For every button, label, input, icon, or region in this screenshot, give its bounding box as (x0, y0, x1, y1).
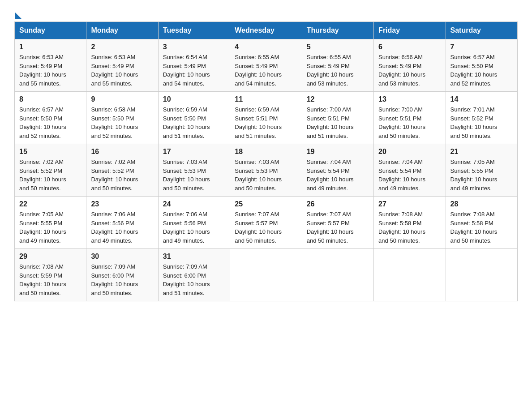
day-number: 16 (91, 148, 153, 156)
day-number: 13 (378, 95, 441, 103)
day-number: 31 (163, 253, 225, 261)
day-info: Sunrise: 7:00 AMSunset: 5:51 PMDaylight:… (378, 106, 425, 139)
column-header-thursday: Thursday (302, 22, 373, 39)
calendar-cell: 25 Sunrise: 7:07 AMSunset: 5:57 PMDaylig… (230, 197, 302, 249)
day-info: Sunrise: 7:09 AMSunset: 6:00 PMDaylight:… (91, 263, 138, 296)
calendar-cell: 18 Sunrise: 7:03 AMSunset: 5:53 PMDaylig… (230, 144, 302, 197)
calendar-cell: 11 Sunrise: 6:59 AMSunset: 5:51 PMDaylig… (230, 92, 302, 144)
day-info: Sunrise: 6:55 AMSunset: 5:49 PMDaylight:… (307, 54, 354, 87)
calendar-cell: 17 Sunrise: 7:03 AMSunset: 5:53 PMDaylig… (158, 144, 230, 197)
day-info: Sunrise: 6:53 AMSunset: 5:49 PMDaylight:… (19, 54, 66, 87)
day-info: Sunrise: 7:02 AMSunset: 5:52 PMDaylight:… (91, 158, 138, 192)
day-number: 26 (307, 200, 369, 208)
calendar-cell: 20 Sunrise: 7:04 AMSunset: 5:54 PMDaylig… (374, 144, 446, 197)
day-number: 14 (450, 95, 513, 103)
calendar-cell: 4 Sunrise: 6:55 AMSunset: 5:49 PMDayligh… (230, 39, 302, 92)
day-info: Sunrise: 7:08 AMSunset: 5:58 PMDaylight:… (450, 211, 498, 244)
day-number: 7 (450, 43, 513, 51)
day-info: Sunrise: 7:07 AMSunset: 5:57 PMDaylight:… (235, 211, 282, 244)
calendar-cell: 3 Sunrise: 6:54 AMSunset: 5:49 PMDayligh… (158, 39, 230, 92)
calendar-cell: 31 Sunrise: 7:09 AMSunset: 6:00 PMDaylig… (158, 249, 230, 301)
day-info: Sunrise: 7:01 AMSunset: 5:52 PMDaylight:… (450, 106, 498, 139)
day-number: 22 (19, 200, 82, 208)
day-info: Sunrise: 7:08 AMSunset: 5:58 PMDaylight:… (378, 211, 425, 244)
day-info: Sunrise: 7:06 AMSunset: 5:56 PMDaylight:… (163, 211, 210, 244)
calendar-cell: 23 Sunrise: 7:06 AMSunset: 5:56 PMDaylig… (86, 197, 158, 249)
calendar-week-row: 22 Sunrise: 7:05 AMSunset: 5:55 PMDaylig… (15, 197, 518, 249)
day-info: Sunrise: 7:04 AMSunset: 5:54 PMDaylight:… (307, 158, 354, 192)
calendar-cell: 22 Sunrise: 7:05 AMSunset: 5:55 PMDaylig… (15, 197, 86, 249)
day-number: 28 (450, 200, 513, 208)
calendar-cell: 29 Sunrise: 7:08 AMSunset: 5:59 PMDaylig… (15, 249, 86, 301)
day-info: Sunrise: 6:57 AMSunset: 5:50 PMDaylight:… (450, 54, 498, 87)
calendar-cell: 30 Sunrise: 7:09 AMSunset: 6:00 PMDaylig… (86, 249, 158, 301)
calendar-cell (302, 249, 373, 301)
day-number: 19 (307, 148, 369, 156)
calendar-week-row: 15 Sunrise: 7:02 AMSunset: 5:52 PMDaylig… (15, 144, 518, 197)
day-info: Sunrise: 6:53 AMSunset: 5:49 PMDaylight:… (91, 54, 138, 87)
column-header-friday: Friday (374, 22, 446, 39)
logo (14, 13, 21, 17)
day-number: 23 (91, 200, 153, 208)
day-number: 3 (163, 43, 225, 51)
calendar-cell: 16 Sunrise: 7:02 AMSunset: 5:52 PMDaylig… (86, 144, 158, 197)
day-number: 27 (378, 200, 441, 208)
day-info: Sunrise: 7:02 AMSunset: 5:52 PMDaylight:… (19, 158, 66, 192)
calendar-cell: 24 Sunrise: 7:06 AMSunset: 5:56 PMDaylig… (158, 197, 230, 249)
column-header-saturday: Saturday (446, 22, 517, 39)
day-info: Sunrise: 7:09 AMSunset: 6:00 PMDaylight:… (163, 263, 210, 296)
calendar-cell: 2 Sunrise: 6:53 AMSunset: 5:49 PMDayligh… (86, 39, 158, 92)
day-info: Sunrise: 7:05 AMSunset: 5:55 PMDaylight:… (450, 158, 498, 192)
column-header-tuesday: Tuesday (158, 22, 230, 39)
day-info: Sunrise: 6:57 AMSunset: 5:50 PMDaylight:… (19, 106, 66, 139)
day-number: 17 (163, 148, 225, 156)
calendar-cell: 10 Sunrise: 6:59 AMSunset: 5:50 PMDaylig… (158, 92, 230, 144)
day-number: 8 (19, 95, 82, 103)
day-info: Sunrise: 6:56 AMSunset: 5:49 PMDaylight:… (378, 54, 425, 87)
calendar-cell: 5 Sunrise: 6:55 AMSunset: 5:49 PMDayligh… (302, 39, 373, 92)
calendar-cell: 26 Sunrise: 7:07 AMSunset: 5:57 PMDaylig… (302, 197, 373, 249)
day-number: 10 (163, 95, 225, 103)
day-number: 5 (307, 43, 369, 51)
day-number: 11 (235, 95, 297, 103)
day-number: 12 (307, 95, 369, 103)
day-number: 21 (450, 148, 513, 156)
calendar-cell (230, 249, 302, 301)
logo-arrow-icon (15, 13, 21, 19)
calendar-cell (374, 249, 446, 301)
calendar-cell: 1 Sunrise: 6:53 AMSunset: 5:49 PMDayligh… (15, 39, 86, 92)
day-number: 18 (235, 148, 297, 156)
day-number: 6 (378, 43, 441, 51)
day-number: 24 (163, 200, 225, 208)
column-header-sunday: Sunday (15, 22, 86, 39)
day-number: 4 (235, 43, 297, 51)
calendar-cell: 8 Sunrise: 6:57 AMSunset: 5:50 PMDayligh… (15, 92, 86, 144)
day-info: Sunrise: 6:58 AMSunset: 5:50 PMDaylight:… (91, 106, 138, 139)
calendar-week-row: 1 Sunrise: 6:53 AMSunset: 5:49 PMDayligh… (15, 39, 518, 92)
day-number: 9 (91, 95, 153, 103)
day-info: Sunrise: 7:03 AMSunset: 5:53 PMDaylight:… (235, 158, 282, 192)
calendar-cell: 28 Sunrise: 7:08 AMSunset: 5:58 PMDaylig… (446, 197, 517, 249)
day-info: Sunrise: 7:04 AMSunset: 5:54 PMDaylight:… (378, 158, 425, 192)
calendar-cell (446, 249, 517, 301)
day-number: 29 (19, 253, 82, 261)
day-info: Sunrise: 7:06 AMSunset: 5:56 PMDaylight:… (91, 211, 138, 244)
calendar-cell: 9 Sunrise: 6:58 AMSunset: 5:50 PMDayligh… (86, 92, 158, 144)
day-info: Sunrise: 7:05 AMSunset: 5:55 PMDaylight:… (19, 211, 66, 244)
day-info: Sunrise: 6:54 AMSunset: 5:49 PMDaylight:… (163, 54, 210, 87)
calendar-header-row: SundayMondayTuesdayWednesdayThursdayFrid… (15, 22, 518, 39)
day-number: 2 (91, 43, 153, 51)
day-info: Sunrise: 6:59 AMSunset: 5:51 PMDaylight:… (235, 106, 282, 139)
day-number: 15 (19, 148, 82, 156)
day-info: Sunrise: 7:08 AMSunset: 5:59 PMDaylight:… (19, 263, 66, 296)
day-info: Sunrise: 6:59 AMSunset: 5:50 PMDaylight:… (163, 106, 210, 139)
column-header-monday: Monday (86, 22, 158, 39)
calendar-cell: 13 Sunrise: 7:00 AMSunset: 5:51 PMDaylig… (374, 92, 446, 144)
column-header-wednesday: Wednesday (230, 22, 302, 39)
day-number: 1 (19, 43, 82, 51)
calendar-table: SundayMondayTuesdayWednesdayThursdayFrid… (14, 21, 518, 301)
calendar-cell: 27 Sunrise: 7:08 AMSunset: 5:58 PMDaylig… (374, 197, 446, 249)
calendar-week-row: 29 Sunrise: 7:08 AMSunset: 5:59 PMDaylig… (15, 249, 518, 301)
page-header (14, 11, 518, 17)
calendar-cell: 14 Sunrise: 7:01 AMSunset: 5:52 PMDaylig… (446, 92, 517, 144)
